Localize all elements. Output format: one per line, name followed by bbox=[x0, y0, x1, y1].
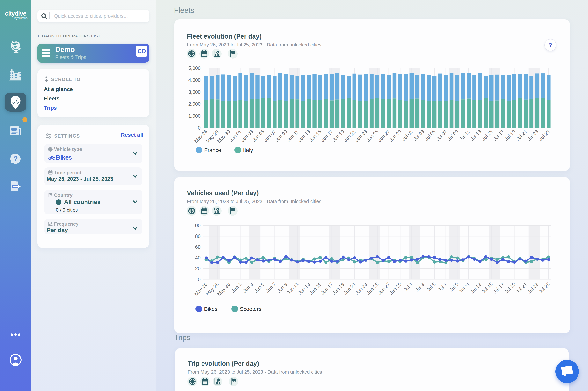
svg-text:Jun 13: Jun 13 bbox=[297, 282, 311, 296]
svg-text:Jun 11: Jun 11 bbox=[286, 129, 300, 143]
svg-text:Jun 01: Jun 01 bbox=[228, 129, 243, 143]
svg-text:Jul 3: Jul 3 bbox=[414, 282, 425, 293]
svg-text:60: 60 bbox=[195, 244, 201, 250]
svg-text:Jul 5: Jul 5 bbox=[426, 282, 437, 293]
svg-text:Jul 21: Jul 21 bbox=[515, 282, 528, 294]
svg-text:Jun 11: Jun 11 bbox=[286, 282, 300, 295]
svg-text:Jun 03: Jun 03 bbox=[240, 129, 254, 143]
svg-text:Jul 13: Jul 13 bbox=[469, 282, 482, 294]
svg-text:Jul 11: Jul 11 bbox=[458, 282, 471, 294]
svg-text:Jun 05: Jun 05 bbox=[251, 129, 265, 143]
svg-text:0: 0 bbox=[198, 277, 201, 282]
svg-text:Jun 17: Jun 17 bbox=[320, 129, 334, 143]
svg-text:4,000: 4,000 bbox=[188, 77, 201, 83]
svg-text:Jun 23: Jun 23 bbox=[354, 129, 368, 143]
svg-text:Jul 13: Jul 13 bbox=[469, 129, 482, 142]
svg-text:Jul 19: Jul 19 bbox=[503, 282, 517, 294]
svg-text:Jun 09: Jun 09 bbox=[274, 129, 288, 143]
svg-text:Jun 21: Jun 21 bbox=[342, 282, 357, 296]
svg-text:Jun 5: Jun 5 bbox=[253, 282, 265, 294]
svg-text:Jul 07: Jul 07 bbox=[435, 129, 448, 142]
svg-text:Jun 27: Jun 27 bbox=[377, 129, 391, 143]
svg-text:Jun 3: Jun 3 bbox=[242, 282, 254, 294]
svg-text:Jul 19: Jul 19 bbox=[503, 129, 517, 142]
svg-text:?: ? bbox=[13, 155, 18, 163]
svg-text:80: 80 bbox=[195, 233, 201, 239]
svg-text:Jul 03: Jul 03 bbox=[412, 129, 425, 142]
svg-text:Jul 11: Jul 11 bbox=[458, 129, 471, 142]
svg-text:Jun 29: Jun 29 bbox=[388, 282, 403, 296]
svg-text:40: 40 bbox=[195, 255, 201, 261]
svg-text:Jun 17: Jun 17 bbox=[320, 282, 334, 296]
svg-text:Jun 27: Jun 27 bbox=[377, 282, 391, 296]
svg-text:Jul 21: Jul 21 bbox=[515, 129, 528, 142]
svg-text:Jun 7: Jun 7 bbox=[265, 282, 277, 294]
svg-text:Jul 1: Jul 1 bbox=[403, 282, 414, 293]
svg-text:20: 20 bbox=[195, 266, 201, 271]
svg-text:Jul 25: Jul 25 bbox=[538, 282, 551, 294]
svg-text:Jul 09: Jul 09 bbox=[446, 129, 459, 142]
svg-text:France: France bbox=[204, 147, 221, 153]
svg-text:Jun 15: Jun 15 bbox=[308, 129, 323, 143]
svg-text:Jun 19: Jun 19 bbox=[331, 129, 345, 143]
svg-text:2,000: 2,000 bbox=[188, 101, 201, 106]
svg-text:Jun 1: Jun 1 bbox=[230, 282, 243, 294]
svg-text:Jul 23: Jul 23 bbox=[526, 129, 539, 142]
svg-text:5,000: 5,000 bbox=[188, 65, 201, 71]
svg-text:Jun 29: Jun 29 bbox=[388, 129, 403, 143]
svg-text:Jul 05: Jul 05 bbox=[424, 129, 437, 142]
svg-text:Jul 9: Jul 9 bbox=[448, 282, 459, 293]
svg-text:Jun 19: Jun 19 bbox=[331, 282, 345, 296]
svg-text:Jul 17: Jul 17 bbox=[492, 129, 505, 142]
svg-text:Jun 07: Jun 07 bbox=[263, 129, 277, 143]
svg-text:3,000: 3,000 bbox=[188, 89, 201, 95]
svg-text:Jun 21: Jun 21 bbox=[342, 129, 357, 143]
svg-text:Scooters: Scooters bbox=[240, 306, 262, 312]
svg-text:Jul 17: Jul 17 bbox=[492, 282, 505, 294]
svg-text:100: 100 bbox=[192, 223, 201, 228]
svg-text:0: 0 bbox=[198, 125, 201, 130]
svg-text:Jun 23: Jun 23 bbox=[354, 282, 368, 296]
svg-text:1,000: 1,000 bbox=[188, 113, 201, 119]
svg-text:Italy: Italy bbox=[243, 147, 253, 153]
svg-text:Jul 01: Jul 01 bbox=[401, 129, 414, 142]
svg-text:Jul 15: Jul 15 bbox=[481, 129, 494, 142]
svg-text:Bikes: Bikes bbox=[204, 306, 217, 312]
svg-text:Jun 13: Jun 13 bbox=[297, 129, 311, 143]
svg-text:Jul 7: Jul 7 bbox=[437, 282, 448, 293]
svg-text:Jun 25: Jun 25 bbox=[365, 282, 380, 296]
svg-text:Jun 15: Jun 15 bbox=[308, 282, 323, 296]
svg-text:Jul 25: Jul 25 bbox=[538, 129, 551, 142]
svg-text:Jul 23: Jul 23 bbox=[526, 282, 539, 294]
svg-text:Jun 25: Jun 25 bbox=[365, 129, 380, 143]
svg-text:Jul 15: Jul 15 bbox=[481, 282, 494, 294]
